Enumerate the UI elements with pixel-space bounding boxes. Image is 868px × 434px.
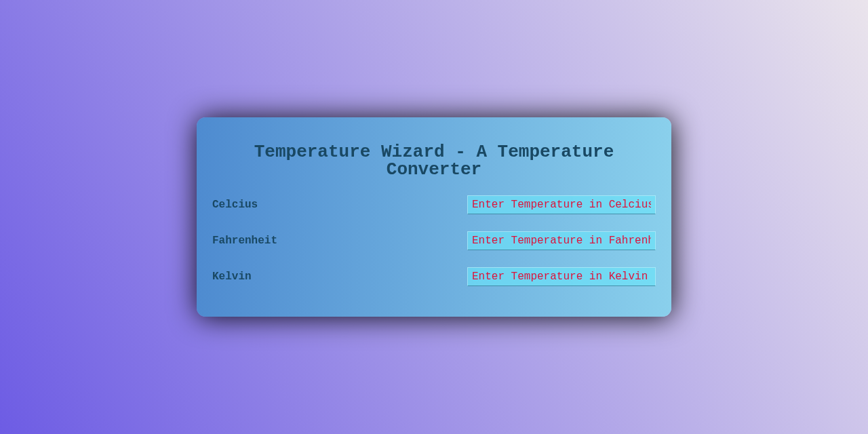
celcius-input[interactable] — [467, 195, 656, 214]
page-title: Temperature Wizard - A Temperature Conve… — [210, 143, 658, 179]
converter-card: Temperature Wizard - A Temperature Conve… — [197, 117, 671, 317]
fahrenheit-row: Fahrenheit — [210, 231, 658, 250]
celcius-row: Celcius — [210, 195, 658, 214]
kelvin-label: Kelvin — [212, 268, 252, 285]
fahrenheit-label: Fahrenheit — [212, 232, 277, 250]
kelvin-input[interactable] — [467, 267, 656, 286]
fahrenheit-input[interactable] — [467, 231, 656, 250]
kelvin-row: Kelvin — [210, 267, 658, 286]
celcius-label: Celcius — [212, 196, 258, 214]
